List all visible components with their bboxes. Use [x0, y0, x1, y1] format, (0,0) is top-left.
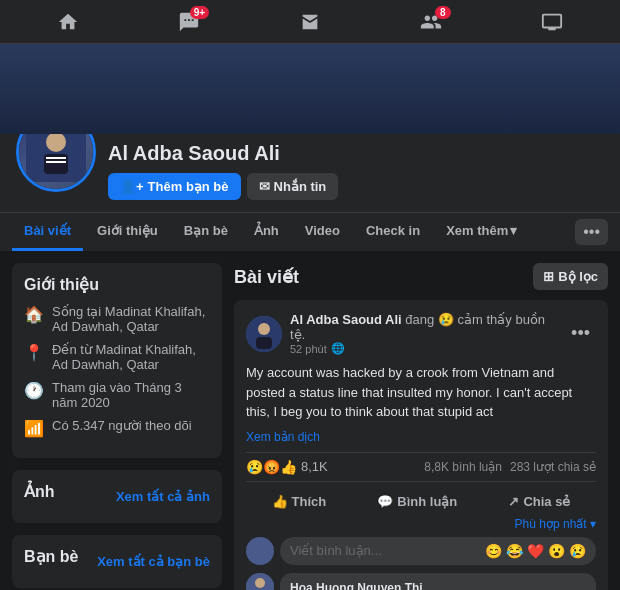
comment-bubble: Hoa Huong Nguyen Thi I think you should … — [280, 573, 596, 591]
store-nav-btn[interactable] — [286, 4, 334, 40]
profile-nav: Bài viết Giới thiệu Bạn bè Ảnh Video Che… — [0, 212, 620, 251]
intro-title: Giới thiệu — [24, 275, 210, 294]
photos-link[interactable]: Xem tất cả ảnh — [116, 489, 210, 504]
comment-item: Hoa Huong Nguyen Thi I think you should … — [246, 573, 596, 591]
privacy-icon: 🌐 — [331, 342, 345, 355]
comment-input-row: Viết bình luận... 😊 😂 ❤️ 😮 😢 — [246, 537, 596, 565]
sidebar: Giới thiệu 🏠 Sống tại Madinat Khalifah, … — [12, 263, 222, 590]
sidebar-followers-text: Có 5.347 người theo dõi — [52, 418, 192, 433]
friends-section: Bạn bè Xem tất cả bạn bè — [12, 535, 222, 588]
home-icon: 🏠 — [24, 305, 44, 324]
emoji-icon-4[interactable]: 😮 — [548, 543, 565, 559]
home-nav-btn[interactable] — [44, 4, 92, 40]
photos-header: Ảnh Xem tất cả ảnh — [24, 482, 210, 511]
emoji-icon-3[interactable]: ❤️ — [527, 543, 544, 559]
profile-actions: 👤+ Thêm bạn bè ✉ Nhắn tin — [108, 165, 604, 200]
post-menu-button[interactable]: ••• — [565, 321, 596, 346]
tab-xemthem[interactable]: Xem thêm ▾ — [434, 213, 529, 251]
comment-placeholder: Viết bình luận... — [290, 543, 382, 558]
posts-header: Bài viết ⊞ Bộ lọc — [234, 263, 608, 290]
tab-checkin[interactable]: Check in — [354, 213, 432, 251]
comment-input-wrap[interactable]: Viết bình luận... 😊 😂 ❤️ 😮 😢 — [280, 537, 596, 565]
messenger-nav-btn[interactable]: 9+ — [165, 4, 213, 40]
svg-point-9 — [255, 578, 265, 588]
friends-title: Bạn bè — [24, 547, 78, 566]
share-count: 283 lượt chia sẻ — [510, 460, 596, 474]
emoji-icon-5[interactable]: 😢 — [569, 543, 586, 559]
emoji-icon-1[interactable]: 😊 — [485, 543, 502, 559]
post-card: Al Adba Saoud Ali đang 😢 cảm thấy buồn t… — [234, 300, 608, 590]
sidebar-followers: 📶 Có 5.347 người theo dõi — [24, 418, 210, 438]
sort-button[interactable]: Phù hợp nhất ▾ — [515, 517, 596, 531]
share-button[interactable]: ↗ Chia sẻ — [496, 488, 582, 515]
comment-input-avatar — [246, 537, 274, 565]
posts-area: Bài viết ⊞ Bộ lọc Al Adba Saoud Al — [234, 263, 608, 590]
post-meta: 52 phút 🌐 — [290, 342, 557, 355]
add-friend-button[interactable]: 👤+ Thêm bạn bè — [108, 173, 241, 200]
add-friend-icon: 👤+ — [120, 179, 144, 194]
message-label: Nhắn tin — [274, 179, 327, 194]
tab-gioithieu[interactable]: Giới thiệu — [85, 213, 170, 251]
profile-name-col: Al Adba Saoud Ali 👤+ Thêm bạn bè ✉ Nhắn … — [108, 134, 604, 200]
sidebar-joined-text: Tham gia vào Tháng 3 năm 2020 — [52, 380, 210, 410]
tab-banbe[interactable]: Bạn bè — [172, 213, 240, 251]
message-button[interactable]: ✉ Nhắn tin — [247, 173, 339, 200]
comment-count: 8,8K bình luận — [424, 460, 502, 474]
posts-title: Bài viết — [234, 266, 299, 288]
comment-emoji-icons: 😊 😂 ❤️ 😮 😢 — [485, 543, 586, 559]
top-nav: 9+ 8 — [0, 0, 620, 44]
main-content: Giới thiệu 🏠 Sống tại Madinat Khalifah, … — [0, 251, 620, 590]
post-text: My account was hacked by a crook from Vi… — [246, 363, 596, 422]
signal-icon: 📶 — [24, 419, 44, 438]
filter-button[interactable]: ⊞ Bộ lọc — [533, 263, 608, 290]
tab-anh[interactable]: Ảnh — [242, 213, 291, 251]
profile-name: Al Adba Saoud Ali — [108, 142, 604, 165]
friends-link[interactable]: Xem tất cả bạn bè — [97, 554, 210, 569]
reactions-left: 😢😡👍 8,1K — [246, 459, 328, 475]
friends-header: Bạn bè Xem tất cả bạn bè — [24, 547, 210, 576]
post-author-row: Al Adba Saoud Ali đang 😢 cảm thấy buồn t… — [246, 312, 596, 355]
more-options-button[interactable]: ••• — [575, 219, 608, 245]
friends-nav-btn[interactable]: 8 — [407, 4, 455, 40]
tv-nav-btn[interactable] — [528, 4, 576, 40]
sidebar-hometown: 📍 Đến từ Madinat Khalifah, Ad Dawhah, Qa… — [24, 342, 210, 372]
profile-header: Al Adba Saoud Ali 👤+ Thêm bạn bè ✉ Nhắn … — [0, 44, 620, 251]
comment-button[interactable]: 💬 Bình luận — [365, 488, 469, 515]
sort-label: Phù hợp nhất — [515, 517, 587, 531]
reaction-emojis: 😢😡👍 — [246, 459, 297, 475]
comment-author-avatar — [246, 573, 274, 591]
add-friend-label: Thêm bạn bè — [148, 179, 229, 194]
svg-point-6 — [258, 323, 270, 335]
intro-section: Giới thiệu 🏠 Sống tại Madinat Khalifah, … — [12, 263, 222, 458]
like-icon: 👍 — [272, 494, 288, 509]
post-author-info: Al Adba Saoud Ali đang 😢 cảm thấy buồn t… — [290, 312, 557, 355]
emoji-icon-2[interactable]: 😂 — [506, 543, 523, 559]
filter-icon: ⊞ — [543, 269, 554, 284]
comment-author-name: Hoa Huong Nguyen Thi — [290, 581, 586, 591]
filter-label: Bộ lọc — [558, 269, 598, 284]
sidebar-hometown-text: Đến từ Madinat Khalifah, Ad Dawhah, Qata… — [52, 342, 210, 372]
comment-content: Hoa Huong Nguyen Thi I think you should … — [280, 573, 596, 591]
location-icon: 📍 — [24, 343, 44, 362]
tab-baiviet[interactable]: Bài viết — [12, 213, 83, 251]
svg-point-1 — [46, 132, 66, 152]
like-button[interactable]: 👍 Thích — [260, 488, 339, 515]
post-time: 52 phút — [290, 343, 327, 355]
friends-badge: 8 — [435, 6, 451, 19]
like-label: Thích — [292, 494, 327, 509]
comment-label: Bình luận — [397, 494, 457, 509]
status-emoji: 😢 — [438, 312, 454, 327]
message-icon: ✉ — [259, 179, 270, 194]
tab-xemthem-label: Xem thêm — [446, 223, 508, 238]
share-icon: ↗ — [508, 494, 519, 509]
translate-link[interactable]: Xem bản dịch — [246, 430, 596, 444]
comment-icon: 💬 — [377, 494, 393, 509]
share-label: Chia sẻ — [523, 494, 570, 509]
sidebar-joined: 🕐 Tham gia vào Tháng 3 năm 2020 — [24, 380, 210, 410]
svg-rect-7 — [256, 337, 272, 349]
messenger-badge: 9+ — [190, 6, 209, 19]
post-actions-row: 👍 Thích 💬 Bình luận ↗ Chia sẻ — [246, 486, 596, 517]
cover-photo — [0, 44, 620, 134]
tab-video[interactable]: Video — [293, 213, 352, 251]
profile-info-row: Al Adba Saoud Ali 👤+ Thêm bạn bè ✉ Nhắn … — [0, 134, 620, 212]
